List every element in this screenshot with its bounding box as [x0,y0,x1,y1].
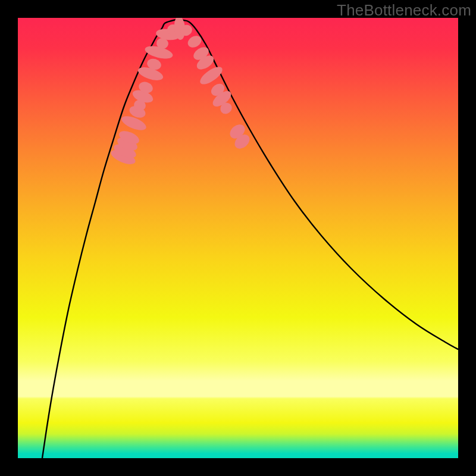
chart-stage: TheBottleneck.com [0,0,476,476]
bottleneck-curve [42,20,458,458]
curve-marker-group [109,18,252,167]
curves-layer [18,18,458,458]
plot-area [18,18,458,458]
bottleneck-curve-path [42,20,458,458]
watermark-label: TheBottleneck.com [337,1,471,20]
